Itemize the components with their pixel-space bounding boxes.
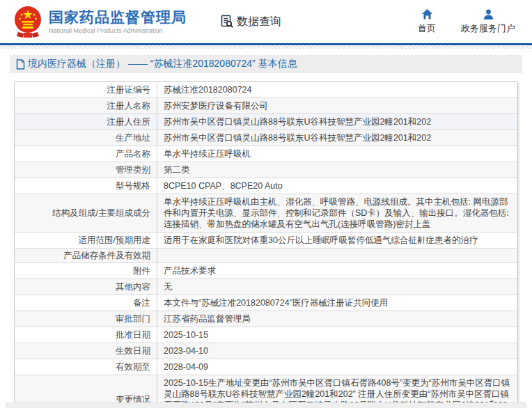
hatch-strip xyxy=(0,45,532,49)
nav-gov-portal[interactable]: 政务服务门户 xyxy=(461,8,515,35)
row-label: 备注 xyxy=(15,295,157,311)
row-value: 2023-04-10 xyxy=(157,343,517,359)
org-names: 国家药品监督管理局 National Medical Products Admi… xyxy=(49,9,187,34)
row-label: 生效日期 xyxy=(15,343,157,359)
row-value: 适用于在家庭和医院对体重30公斤以上睡眠呼吸暂停低通气综合征鼾症患者的治疗 xyxy=(157,233,517,248)
row-label: 注册人名称 xyxy=(15,98,157,113)
row-value: 产品技术要求 xyxy=(157,263,517,278)
table-row: 批准日期2025-10-15 xyxy=(15,327,517,343)
info-table: 注册证编号苏械注准20182080724注册人名称苏州安梦医疗设备有限公司注册人… xyxy=(14,81,518,408)
user-icon xyxy=(483,8,494,20)
row-label: 注册人住所 xyxy=(15,114,157,130)
breadcrumb-text: 境内医疗器械（注册） —— “苏械注准20182080724” 基本信息 xyxy=(28,58,297,70)
nav-home-label: 首页 xyxy=(418,22,436,35)
table-row: 适用范围/预期用途适用于在家庭和医院对体重30公斤以上睡眠呼吸暂停低通气综合征鼾… xyxy=(15,232,517,248)
table-row: 管理类别第二类 xyxy=(15,162,517,178)
row-value: 2028-04-09 xyxy=(157,359,517,375)
row-value: 单水平持续正压呼吸机由主机、湿化器、呼吸管路、电源线组成。其中主机包括: 网电源… xyxy=(157,194,517,232)
row-value: 江苏省药品监督管理局 xyxy=(157,311,517,327)
row-value: 无 xyxy=(157,279,517,295)
table-row: 注册证编号苏械注准20182080724 xyxy=(15,82,517,97)
table-row: 注册人名称苏州安梦医疗设备有限公司 xyxy=(15,97,517,113)
nav-home[interactable]: 首页 xyxy=(418,8,436,35)
row-label: 适用范围/预期用途 xyxy=(15,233,157,248)
row-label: 审批部门 xyxy=(15,311,157,327)
table-row: 结构及组成/主要组成成分单水平持续正压呼吸机由主机、湿化器、呼吸管路、电源线组成… xyxy=(15,194,517,232)
row-label: 有效期至 xyxy=(15,359,157,375)
row-value: 2025-10-15 xyxy=(157,327,517,343)
row-label: 生产地址 xyxy=(15,130,157,146)
table-row: 生产地址苏州市吴中区胥口镇灵山路88号联东U谷科技智慧产业园2幢201和202 xyxy=(15,130,517,146)
nav-gov-portal-label: 政务服务门户 xyxy=(461,22,515,35)
table-row: 注册人住所苏州市吴中区胥口镇灵山路88号联东U谷科技智慧产业园2幢201和202 xyxy=(15,113,517,130)
home-icon xyxy=(421,8,433,20)
table-row: 其他内容无 xyxy=(15,278,517,295)
row-value: 苏械注准20182080724 xyxy=(157,82,517,97)
row-value: 8CPE10 CPAP、8CPE20 Auto xyxy=(157,178,517,194)
row-label: 结构及组成/主要组成成分 xyxy=(15,194,157,232)
breadcrumb: 境内医疗器械（注册） —— “苏械注准20182080724” 基本信息 xyxy=(10,55,522,73)
table-row: 型号规格8CPE10 CPAP、8CPE20 Auto xyxy=(15,178,517,194)
data-query-label: 数据查询 xyxy=(237,15,281,29)
national-emblem-icon xyxy=(14,6,42,39)
org-name-en: National Medical Products Administration xyxy=(49,27,187,34)
document-icon xyxy=(16,59,25,70)
row-label: 型号规格 xyxy=(15,178,157,194)
row-value: 苏州安梦医疗设备有限公司 xyxy=(157,98,517,113)
site-header: 国家药品监督管理局 National Medical Products Admi… xyxy=(0,0,532,43)
doc-search-icon xyxy=(220,15,234,29)
site-logo[interactable]: 国家药品监督管理局 National Medical Products Admi… xyxy=(14,4,187,39)
row-label: 注册证编号 xyxy=(15,82,157,97)
row-label: 其他内容 xyxy=(15,279,157,295)
table-row: 产品名称单水平持续正压呼吸机 xyxy=(15,146,517,162)
table-row: 附件产品技术要求 xyxy=(15,262,517,278)
footer-band xyxy=(6,402,526,408)
row-label: 管理类别 xyxy=(15,162,157,178)
table-row: 有效期至2028-04-09 xyxy=(15,359,517,375)
row-value: 单水平持续正压呼吸机 xyxy=(157,146,517,162)
row-value: 苏州市吴中区胥口镇灵山路88号联东U谷科技智慧产业园2幢201和202 xyxy=(157,114,517,130)
row-label: 批准日期 xyxy=(15,327,157,343)
table-row: 产品储存条件及有效期 xyxy=(15,248,517,262)
row-value: 第二类 xyxy=(157,162,517,178)
row-label: 产品储存条件及有效期 xyxy=(15,249,157,262)
top-nav: 首页 政务服务门户 xyxy=(418,8,519,35)
table-row: 审批部门江苏省药品监督管理局 xyxy=(15,311,517,327)
row-value: 本文件与“苏械注准20182080724”医疗器械注册证共同使用 xyxy=(157,295,517,311)
org-name-zh: 国家药品监督管理局 xyxy=(49,9,187,26)
table-row: 备注本文件与“苏械注准20182080724”医疗器械注册证共同使用 xyxy=(15,295,517,311)
table-row: 生效日期2023-04-10 xyxy=(15,343,517,359)
data-query-tab[interactable]: 数据查询 xyxy=(220,15,281,29)
row-value: 苏州市吴中区胥口镇灵山路88号联东U谷科技智慧产业园2幢201和202 xyxy=(157,130,517,146)
row-label: 附件 xyxy=(15,263,157,278)
row-value xyxy=(157,249,517,262)
row-label: 产品名称 xyxy=(15,146,157,162)
